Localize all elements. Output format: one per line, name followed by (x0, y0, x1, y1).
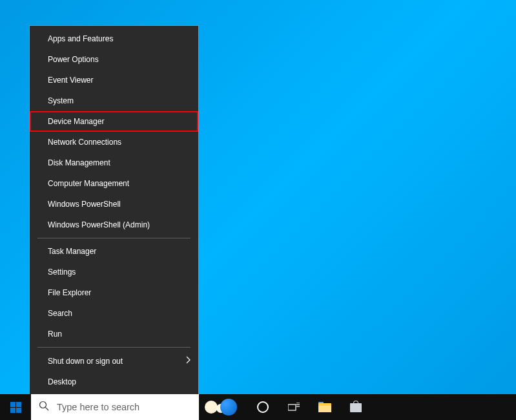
menu-device-manager[interactable]: Device Manager (30, 111, 198, 132)
svg-rect-2 (288, 404, 296, 410)
menu-apps-features[interactable]: Apps and Features (30, 28, 198, 49)
menu-item-label: Shut down or sign out (48, 357, 123, 366)
cortana-button[interactable] (247, 394, 278, 420)
file-explorer-icon (318, 402, 331, 412)
menu-item-label: Settings (48, 268, 76, 277)
svg-line-1 (45, 407, 48, 410)
search-icon (39, 401, 49, 414)
widget-icon (205, 399, 242, 415)
task-view-icon (288, 403, 300, 412)
menu-item-label: System (48, 96, 74, 105)
menu-item-label: Apps and Features (48, 34, 113, 43)
taskbar-search[interactable]: Type here to search (31, 394, 199, 420)
menu-task-manager[interactable]: Task Manager (30, 241, 198, 262)
menu-item-label: Network Connections (48, 138, 121, 147)
menu-system[interactable]: System (30, 90, 198, 111)
menu-divider (37, 347, 191, 348)
taskbar: Type here to search (0, 394, 516, 420)
menu-item-label: Windows PowerShell (Admin) (48, 220, 150, 229)
menu-disk-management[interactable]: Disk Management (30, 152, 198, 173)
menu-power-options[interactable]: Power Options (30, 49, 198, 70)
menu-item-label: Disk Management (48, 158, 110, 167)
start-button[interactable] (0, 394, 31, 420)
menu-item-label: Computer Management (48, 179, 129, 188)
menu-search[interactable]: Search (30, 303, 198, 324)
menu-item-label: Task Manager (48, 247, 96, 256)
store-icon (350, 402, 362, 412)
menu-event-viewer[interactable]: Event Viewer (30, 70, 198, 90)
menu-settings[interactable]: Settings (30, 262, 198, 282)
menu-powershell-admin[interactable]: Windows PowerShell (Admin) (30, 215, 198, 235)
menu-computer-management[interactable]: Computer Management (30, 173, 198, 194)
menu-item-label: Windows PowerShell (48, 200, 121, 209)
task-view-button[interactable] (278, 394, 309, 420)
file-explorer-taskbar[interactable] (309, 394, 340, 420)
taskbar-news-widget[interactable] (199, 394, 247, 420)
menu-divider (37, 238, 191, 238)
menu-shutdown-signout[interactable]: Shut down or sign out (30, 350, 198, 372)
chevron-right-icon (185, 356, 191, 366)
menu-item-label: Device Manager (48, 117, 104, 126)
menu-item-label: Desktop (48, 377, 76, 386)
menu-run[interactable]: Run (30, 324, 198, 344)
menu-item-label: File Explorer (48, 288, 91, 297)
menu-item-label: Run (48, 330, 62, 339)
menu-item-label: Event Viewer (48, 76, 93, 85)
store-taskbar[interactable] (340, 394, 371, 420)
menu-item-label: Power Options (48, 55, 99, 64)
svg-point-0 (40, 402, 46, 408)
menu-network-connections[interactable]: Network Connections (30, 132, 198, 152)
menu-powershell[interactable]: Windows PowerShell (30, 194, 198, 215)
cortana-icon (257, 401, 269, 413)
windows-logo-icon (10, 402, 21, 413)
menu-desktop[interactable]: Desktop (30, 372, 198, 392)
menu-item-label: Search (48, 309, 72, 318)
menu-file-explorer[interactable]: File Explorer (30, 282, 198, 303)
winx-context-menu: Apps and FeaturesPower OptionsEvent View… (29, 25, 199, 395)
search-placeholder: Type here to search (57, 402, 139, 412)
